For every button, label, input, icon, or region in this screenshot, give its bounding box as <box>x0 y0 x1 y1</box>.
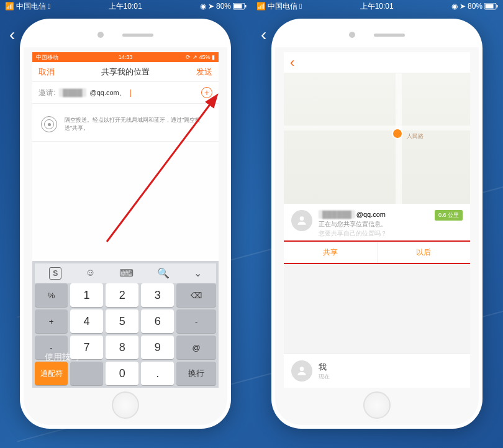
svg-rect-2 <box>245 5 247 7</box>
me-sub: 现在 <box>319 373 330 381</box>
keyboard-switch-icon[interactable]: ⌨ <box>119 267 134 280</box>
time-label: 上午10:01 <box>360 1 394 12</box>
svg-rect-1 <box>234 4 242 8</box>
airdrop-row[interactable]: 隔空投送。轻点以打开无线局域网和蓝牙，通过"隔空投送"共享。 <box>32 107 219 142</box>
time-label: 上午10:01 <box>109 1 142 12</box>
keyboard: S ☺ ⌨ 🔍 ⌄ % 1 2 3 ⌫ + 4 5 6 - - <box>32 261 219 388</box>
key-at[interactable]: @ <box>176 336 216 359</box>
invite-label: 邀请: <box>39 88 55 98</box>
svg-point-8 <box>300 216 304 221</box>
battery-icon <box>484 3 498 10</box>
key-7[interactable]: 7 <box>70 336 103 359</box>
screen-left: 中国移动 14:33 ⟳ ↗ 45% ▮ 取消 共享我的位置 发送 邀请: ██… <box>32 52 219 388</box>
share-button[interactable]: 共享 <box>284 242 378 263</box>
invite-row: 邀请: ████ @qq.com、 | + <box>32 82 219 104</box>
phone-notch <box>24 22 227 47</box>
home-button[interactable] <box>112 391 139 419</box>
svg-point-9 <box>300 367 304 371</box>
back-bar: ‹ <box>284 52 470 73</box>
map-view[interactable]: 人民路 <box>284 73 470 204</box>
inner-time: 14:33 <box>119 54 133 60</box>
phone-mockup-left: 中国移动 14:33 ⟳ ↗ 45% ▮ 取消 共享我的位置 发送 邀请: ██… <box>20 19 231 429</box>
key-dot[interactable]: . <box>141 362 174 385</box>
key-1[interactable]: 1 <box>70 283 103 307</box>
send-button[interactable]: 发送 <box>196 66 212 78</box>
screen-right: ‹ 人民路 ██████ @qq.com 正在与您共享位置信息。 <box>284 52 470 388</box>
svg-rect-4 <box>486 4 494 8</box>
page-back-left[interactable]: ‹ <box>9 25 15 45</box>
phone-mockup-right: ‹ 人民路 ██████ @qq.com 正在与您共享位置信息。 <box>271 19 483 429</box>
key-4[interactable]: 4 <box>70 309 103 333</box>
distance-badge: 0.6 公里 <box>435 210 463 221</box>
page-back-right[interactable]: ‹ <box>261 25 266 45</box>
outer-statusbar-left: 📶 中国电信 􀙇 上午10:01 ◉ ➤ 80% <box>0 0 252 12</box>
keypad-grid: % 1 2 3 ⌫ + 4 5 6 - - 7 8 9 @ 通配符 <box>35 283 216 385</box>
carrier-label: 中国电信 <box>16 1 46 12</box>
search-icon[interactable]: 🔍 <box>157 267 170 280</box>
carrier-label: 中国电信 <box>268 1 297 12</box>
key-8[interactable]: 8 <box>106 336 138 359</box>
inner-statusbar: 中国移动 14:33 ⟳ ↗ 45% ▮ <box>32 52 219 62</box>
chevron-down-icon[interactable]: ⌄ <box>194 267 202 280</box>
navbar: 取消 共享我的位置 发送 <box>32 62 219 82</box>
airdrop-text: 隔空投送。轻点以打开无线局域网和蓝牙，通过"隔空投送"共享。 <box>65 116 210 132</box>
key-plus[interactable]: + <box>35 309 68 333</box>
cancel-button[interactable]: 取消 <box>39 66 55 78</box>
battery-icon <box>233 3 247 10</box>
later-button[interactable]: 以后 <box>378 242 471 263</box>
nav-arrow-icon: ➤ <box>208 2 214 11</box>
key-minus[interactable]: - <box>35 336 68 359</box>
contact-card: ██████ @qq.com 正在与您共享位置信息。 您要共享自己的位置吗？ 0… <box>284 204 470 242</box>
outer-statusbar-right: 📶 中国电信 􀙇 上午10:01 ◉ ➤ 80% <box>252 0 503 12</box>
key-9[interactable]: 9 <box>141 336 174 359</box>
svg-rect-5 <box>497 5 498 7</box>
location-icon: ◉ <box>200 2 206 11</box>
contact-email-suffix: @qq.com <box>356 211 386 218</box>
map-road-label: 人民路 <box>407 132 424 140</box>
key-wildcard[interactable]: 通配符 <box>35 362 68 385</box>
battery-label: 80% <box>216 2 231 11</box>
page-title: 共享我的位置 <box>101 66 150 78</box>
airdrop-icon <box>41 116 57 132</box>
signal-icon: 📶 <box>256 2 266 11</box>
phone-notch <box>275 22 479 47</box>
emoji-icon[interactable]: ☺ <box>85 267 95 280</box>
inner-carrier: 中国移动 <box>36 53 58 62</box>
action-row: 共享 以后 <box>284 242 470 263</box>
nav-arrow-icon: ➤ <box>460 2 466 11</box>
avatar <box>291 210 312 231</box>
battery-label: 80% <box>468 2 483 11</box>
key-5[interactable]: 5 <box>106 309 138 333</box>
contact-email-redacted: ██████ <box>319 210 355 219</box>
add-contact-button[interactable]: + <box>201 87 212 98</box>
back-button[interactable]: ‹ <box>290 55 294 71</box>
key-6[interactable]: 6 <box>141 309 174 333</box>
key-return[interactable]: 换行 <box>176 362 216 385</box>
key-backspace[interactable]: ⌫ <box>176 283 216 307</box>
contact-prompt: 您要共享自己的位置吗？ <box>319 229 428 238</box>
me-name: 我 <box>319 362 330 373</box>
sogou-icon[interactable]: S <box>49 267 61 280</box>
key-empty[interactable] <box>70 362 103 385</box>
keyboard-toolbar: S ☺ ⌨ 🔍 ⌄ <box>35 263 216 283</box>
me-avatar <box>291 360 312 382</box>
inner-battery: ⟳ ↗ 45% ▮ <box>186 54 215 60</box>
key-0[interactable]: 0 <box>106 362 138 385</box>
key-percent[interactable]: % <box>35 283 68 307</box>
key-2[interactable]: 2 <box>106 283 138 307</box>
key-3[interactable]: 3 <box>141 283 174 307</box>
home-button[interactable] <box>363 391 391 419</box>
signal-icon: 📶 <box>5 2 14 11</box>
me-card[interactable]: 我 现在 <box>284 354 470 388</box>
location-icon: ◉ <box>451 2 458 11</box>
email-redacted: ████ <box>59 88 86 97</box>
contact-status: 正在与您共享位置信息。 <box>319 220 428 229</box>
email-suffix: @qq.com、 <box>90 88 126 98</box>
key-dash[interactable]: - <box>176 309 216 333</box>
